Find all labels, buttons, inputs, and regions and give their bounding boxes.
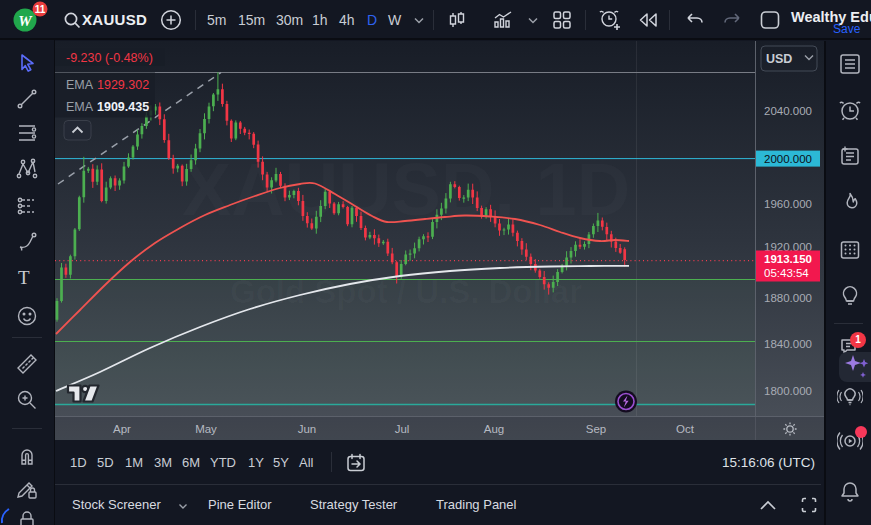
svg-text:2000.000: 2000.000 [764,153,812,165]
svg-text:EMA: EMA [66,100,94,114]
svg-text:11: 11 [35,4,46,15]
svg-text:1913.150: 1913.150 [764,253,812,265]
svg-text:1880.000: 1880.000 [764,292,812,304]
svg-text:Sep: Sep [586,423,606,435]
svg-text:Gold Spot / U.S. Dollar: Gold Spot / U.S. Dollar [230,273,582,310]
svg-text:Oct: Oct [676,423,695,435]
svg-text:2040.000: 2040.000 [764,105,812,117]
svg-text:1909.435: 1909.435 [97,100,149,114]
svg-text:May: May [195,423,217,435]
svg-text:1929.302: 1929.302 [97,78,149,92]
svg-text:EMA: EMA [66,78,94,92]
svg-text:Jul: Jul [395,423,410,435]
svg-text:Apr: Apr [113,423,131,435]
svg-text:XAUUSD, 1D: XAUUSD, 1D [182,148,630,231]
svg-text:Aug: Aug [484,423,504,435]
svg-text:-9.230 (-0.48%): -9.230 (-0.48%) [66,51,153,65]
svg-text:Jun: Jun [298,423,317,435]
svg-text:1960.000: 1960.000 [764,198,812,210]
svg-text:1840.000: 1840.000 [764,338,812,350]
svg-text:USD: USD [766,52,792,66]
svg-text:W: W [18,13,33,29]
svg-text:1800.000: 1800.000 [764,385,812,397]
svg-text:05:43:54: 05:43:54 [764,267,809,279]
